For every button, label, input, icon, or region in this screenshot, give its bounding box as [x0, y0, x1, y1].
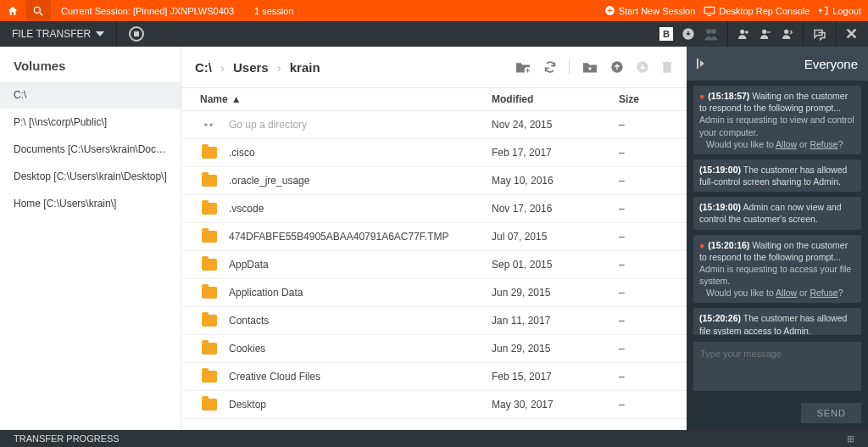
volume-item[interactable]: P:\ [\\ns\corp\Public\]: [0, 109, 181, 136]
transfer-progress-bar[interactable]: TRANSFER PROGRESS ⊞: [0, 430, 868, 447]
top-bar: Current Session: [Pinned] JXNPLWS0403 1 …: [0, 0, 868, 21]
table-row[interactable]: .vscodeNov 17, 2016–: [181, 195, 687, 223]
svg-point-10: [784, 30, 788, 34]
desktop-rep-console-button[interactable]: Desktop Rep Console: [704, 6, 810, 16]
remove-user-icon[interactable]: [759, 27, 772, 41]
column-size[interactable]: Size: [619, 93, 687, 105]
mode-dropdown[interactable]: FILE TRANSFER: [0, 21, 116, 47]
file-panel: C:\›Users›krain Name▲ Modified Size ••Go…: [181, 47, 687, 430]
download-circle-icon[interactable]: [682, 27, 695, 41]
chat-icon[interactable]: [812, 27, 827, 41]
expand-transfer-icon[interactable]: ⊞: [847, 433, 854, 444]
session-count: 1 session: [244, 6, 303, 16]
divider: [803, 21, 804, 47]
file-name: .vscode: [229, 203, 492, 215]
chevron-down-icon: [96, 31, 104, 36]
svg-line-1: [40, 12, 43, 15]
file-name: Contacts: [229, 315, 492, 327]
bold-b-icon[interactable]: B: [659, 27, 673, 41]
up-directory-row[interactable]: ••Go up a directoryNov 24, 2015–: [181, 111, 687, 139]
file-name: 474DFABFE55B4905ABAA40791A6AC77F.TMP: [229, 231, 492, 243]
svg-rect-3: [704, 7, 715, 14]
volumes-panel: Volumes C:\P:\ [\\ns\corp\Public\]Docume…: [0, 47, 181, 430]
table-row[interactable]: .oracle_jre_usageMay 10, 2016–: [181, 167, 687, 195]
close-icon[interactable]: ✕: [845, 25, 858, 43]
volume-item[interactable]: Home [C:\Users\krain\]: [0, 190, 181, 217]
delete-icon[interactable]: [661, 60, 673, 74]
session-label[interactable]: Current Session: [Pinned] JXNPLWS0403: [51, 6, 244, 16]
start-new-session-label: Start New Session: [619, 6, 695, 16]
folder-icon: [200, 339, 219, 358]
home-icon[interactable]: [0, 0, 25, 21]
volume-item[interactable]: C:\: [0, 81, 181, 109]
add-user-icon[interactable]: [737, 27, 750, 41]
volume-item[interactable]: Documents [C:\Users\krain\Docume...: [0, 136, 181, 163]
file-name: Desktop: [229, 399, 492, 411]
refresh-icon[interactable]: [543, 60, 557, 74]
desktop-rep-console-label: Desktop Rep Console: [719, 6, 810, 16]
file-name: Application Data: [229, 287, 492, 299]
transfer-progress-label: TRANSFER PROGRESS: [14, 433, 120, 444]
divider: [569, 59, 570, 75]
file-modified: Nov 17, 2016: [492, 203, 619, 215]
file-size: –: [619, 259, 687, 271]
mode-bar: FILE TRANSFER B ✕: [0, 21, 868, 47]
file-modified: Nov 24, 2015: [492, 119, 619, 131]
chat-input[interactable]: [693, 342, 861, 391]
breadcrumb-separator: ›: [220, 60, 225, 75]
chat-input-area: [687, 335, 868, 400]
folder-icon: [200, 395, 219, 414]
allow-link[interactable]: Allow: [776, 139, 797, 149]
table-row[interactable]: AppDataSep 01, 2015–: [181, 251, 687, 279]
new-folder-remote-icon[interactable]: [515, 60, 531, 74]
table-row[interactable]: 474DFABFE55B4905ABAA40791A6AC77F.TMPJul …: [181, 223, 687, 251]
table-row[interactable]: Creative Cloud FilesFeb 15, 2017–: [181, 363, 687, 391]
allow-link[interactable]: Allow: [776, 288, 797, 298]
logout-button[interactable]: Logout: [818, 5, 861, 16]
folder-icon: [200, 255, 219, 274]
search-icon[interactable]: [25, 0, 51, 21]
path-tools: [515, 59, 673, 75]
file-modified: Sep 01, 2015: [492, 259, 619, 271]
svg-rect-14: [697, 59, 698, 69]
start-new-session-button[interactable]: Start New Session: [604, 5, 695, 16]
chat-header: Everyone: [687, 47, 868, 81]
volume-item[interactable]: Desktop [C:\Users\krain\Desktop\]: [0, 163, 181, 190]
file-name: .cisco: [229, 147, 492, 159]
column-name[interactable]: Name▲: [181, 93, 492, 105]
stop-button[interactable]: [117, 26, 156, 42]
table-row[interactable]: DesktopMay 30, 2017–: [181, 391, 687, 419]
file-list: ••Go up a directoryNov 24, 2015–.ciscoFe…: [181, 111, 687, 430]
users-icon[interactable]: [704, 27, 719, 41]
download-icon[interactable]: [636, 60, 649, 74]
refuse-link[interactable]: Refuse: [810, 288, 837, 298]
folder-icon: [200, 199, 219, 218]
upload-icon[interactable]: [610, 60, 624, 74]
folder-icon: [200, 171, 219, 190]
table-row[interactable]: ContactsJan 11, 2017–: [181, 307, 687, 335]
refuse-link[interactable]: Refuse: [810, 139, 837, 149]
breadcrumb-segment[interactable]: C:\: [195, 60, 212, 75]
file-size: –: [619, 287, 687, 299]
file-size: –: [619, 399, 687, 411]
file-name: Cookies: [229, 343, 492, 355]
column-modified[interactable]: Modified: [492, 93, 619, 105]
table-row[interactable]: Application DataJun 29, 2015–: [181, 279, 687, 307]
new-folder-icon[interactable]: [581, 60, 598, 74]
chat-title: Everyone: [804, 57, 858, 71]
transfer-user-icon[interactable]: [781, 27, 794, 41]
breadcrumb[interactable]: C:\›Users›krain: [195, 60, 320, 75]
breadcrumb-segment[interactable]: krain: [290, 60, 320, 75]
table-row[interactable]: .ciscoFeb 17, 2017–: [181, 139, 687, 167]
breadcrumb-segment[interactable]: Users: [233, 60, 269, 75]
file-modified: Jan 11, 2017: [492, 315, 619, 327]
collapse-chat-icon[interactable]: [697, 59, 707, 69]
send-button[interactable]: SEND: [801, 403, 861, 423]
table-row[interactable]: CookiesJun 29, 2015–: [181, 335, 687, 363]
file-name: .oracle_jre_usage: [229, 175, 492, 187]
file-modified: May 30, 2017: [492, 399, 619, 411]
file-modified: Jun 29, 2015: [492, 287, 619, 299]
main-area: Volumes C:\P:\ [\\ns\corp\Public\]Docume…: [0, 47, 868, 430]
breadcrumb-separator: ›: [277, 60, 281, 75]
file-size: –: [619, 147, 687, 159]
